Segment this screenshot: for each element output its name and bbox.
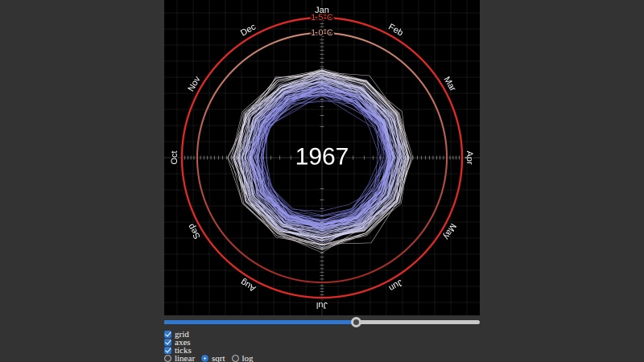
year-slider-fill: [164, 320, 357, 324]
linear-radio-label: linear: [175, 354, 195, 362]
scale-radio-group: linear sqrt log: [164, 354, 480, 362]
log-radio-label: log: [242, 354, 254, 362]
chart-controls: grid axes ticks linear sqrt log: [164, 330, 480, 362]
sqrt-radio[interactable]: [201, 355, 208, 362]
sqrt-radio-label: sqrt: [212, 354, 225, 362]
grid-control: grid: [164, 330, 480, 338]
year-slider[interactable]: [164, 317, 480, 327]
axes-control: axes: [164, 338, 480, 346]
year-slider-thumb[interactable]: [351, 317, 361, 327]
climate-spiral-canvas: [164, 0, 480, 315]
log-radio[interactable]: [232, 355, 239, 362]
grid-checkbox[interactable]: [164, 331, 171, 338]
climate-spiral-app: grid axes ticks linear sqrt log: [164, 0, 480, 362]
axes-checkbox[interactable]: [164, 339, 171, 346]
ticks-checkbox[interactable]: [164, 347, 171, 354]
linear-radio[interactable]: [164, 355, 171, 362]
